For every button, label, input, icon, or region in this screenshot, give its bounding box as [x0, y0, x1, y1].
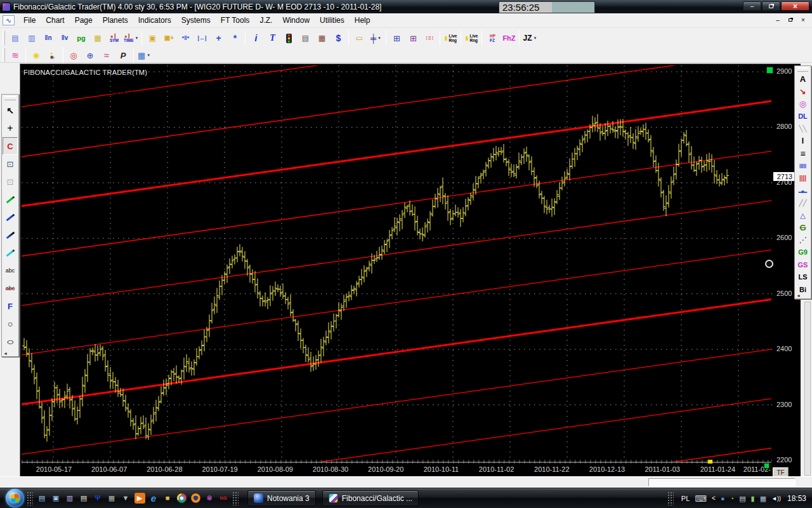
tiled-charts-2-button[interactable]: ⊞ — [405, 30, 421, 46]
trendline-blue-tool[interactable] — [3, 208, 18, 226]
restore-button[interactable] — [762, 1, 780, 11]
keyboard-icon[interactable]: ⌨ — [695, 495, 707, 503]
menu-utilities[interactable]: Utilities — [315, 14, 350, 27]
taskbar-button-fibonacci[interactable]: Fibonacci/Galactic ... — [322, 490, 419, 506]
chart-doc-icon[interactable]: ∿ — [3, 15, 15, 25]
mandala-button[interactable]: ◎ — [66, 49, 81, 62]
sun-aspects-button[interactable]: ◉ — [29, 49, 44, 62]
taskbar-button-notowania[interactable]: Notowania 3 — [247, 490, 316, 506]
minimize-button[interactable]: – — [743, 1, 761, 11]
firefox-icon[interactable] — [189, 491, 202, 505]
info-pointer-button[interactable]: i — [248, 30, 263, 46]
diagonal-lines-tool[interactable]: ╱╱ — [796, 197, 811, 210]
dotted-grid-button[interactable]: ∷∷ — [422, 30, 437, 46]
mini-bars-tool[interactable]: ▂▄▂ — [796, 185, 811, 197]
text-abc-tool[interactable]: abc — [3, 262, 18, 279]
g9-tool[interactable]: G9 — [796, 246, 811, 259]
dollar-button[interactable]: $ — [331, 30, 346, 46]
scroll-knob[interactable] — [765, 260, 773, 268]
horizontal-lines-tool[interactable]: ≡ — [796, 147, 811, 160]
typewriter-icon[interactable]: ▦ — [105, 491, 118, 505]
ltool-grip[interactable] — [4, 96, 16, 100]
menu-page[interactable]: Page — [70, 14, 98, 27]
price-slider-button-caret[interactable]: ▼ — [377, 36, 381, 40]
vertical-lines-red-tool[interactable]: |||| — [796, 172, 811, 185]
menu-help[interactable]: Help — [350, 14, 376, 27]
price-slider-button[interactable]: ╪▼ — [368, 30, 383, 46]
menu-j-z-[interactable]: J.Z. — [254, 14, 277, 27]
vertical-lines-blue-tool[interactable]: ||||| — [796, 160, 811, 173]
gs-tool[interactable]: GS — [796, 259, 811, 272]
pencil-cyan-tool[interactable] — [3, 244, 18, 262]
text-tool-button[interactable]: T — [265, 30, 280, 46]
ns-app-icon[interactable]: NS — [217, 491, 230, 505]
delete-text-tool[interactable]: abc — [3, 279, 18, 297]
new-chart-button[interactable]: ▤ — [8, 30, 23, 46]
show-desktop-icon[interactable]: ▤ — [36, 491, 48, 505]
planet-circle-button[interactable]: ⊕ — [82, 49, 98, 62]
compress-bars-button[interactable]: *‖* — [178, 30, 193, 46]
rtool-grip[interactable] — [797, 67, 808, 72]
collapse-left-strip[interactable]: ◄ — [3, 351, 8, 356]
aspect-waves-button[interactable]: ≈ — [99, 49, 114, 62]
volume-icon[interactable]: ◄)) — [771, 496, 781, 502]
tray-expand-icon[interactable]: < — [712, 495, 716, 502]
mdi-close-button[interactable]: × — [798, 15, 808, 24]
chart-handle-top[interactable] — [766, 67, 773, 74]
window-switcher-icon[interactable]: ▣ — [49, 491, 62, 505]
menu-file[interactable]: File — [18, 14, 41, 27]
tray-display-icon[interactable]: ▤ — [739, 495, 745, 502]
blue-bird-icon[interactable]: Ψ — [91, 491, 104, 505]
add-window-button[interactable]: ▣+ — [161, 30, 176, 46]
menu-indicators[interactable]: Indicators — [133, 14, 176, 27]
trendline-steep-tool[interactable] — [3, 226, 18, 244]
start-button[interactable] — [6, 489, 24, 507]
menu-planets[interactable]: Planets — [98, 14, 133, 27]
calendar-button[interactable]: ▦ — [314, 30, 329, 46]
gann-g-tool[interactable]: G — [796, 222, 811, 234]
live-range-button[interactable]: ▮LiveRng — [443, 30, 458, 46]
i-line-tool[interactable]: I — [796, 135, 811, 148]
menu-chart[interactable]: Chart — [41, 14, 69, 27]
zoom-document-disabled-tool[interactable]: ⊡ — [3, 173, 18, 190]
ephemeris-grid-button[interactable]: ▦▼ — [136, 49, 152, 62]
parallel-lines-tool[interactable]: ╲╲ — [796, 123, 811, 135]
symbol-window-button[interactable]: ▦ — [90, 30, 105, 46]
traffic-light-button[interactable] — [281, 30, 296, 46]
price-chart[interactable] — [20, 65, 772, 464]
title-bar[interactable]: Fibonacci/Galactic Trader(TM) 4.00 sty 3… — [0, 0, 812, 13]
clock-overlay-window[interactable]: 23:56:25 — [499, 1, 595, 13]
star-button[interactable]: * — [227, 30, 242, 46]
crosshair-tool[interactable]: + — [3, 119, 18, 137]
ls-tool[interactable]: LS — [796, 271, 811, 284]
chart-canvas[interactable]: FIBONACCI/GALACTIC TRADER(TM) [005] Mars… — [20, 64, 801, 476]
jz-button-caret[interactable]: ▼ — [534, 36, 537, 40]
chrome-icon[interactable] — [175, 491, 188, 505]
pointer-tool[interactable]: ↖ — [3, 102, 18, 119]
fibonacci-f-tool[interactable]: F — [3, 297, 18, 315]
media-library-icon[interactable]: ▥ — [63, 491, 76, 505]
zoom-document-tool[interactable]: ⊡ — [3, 155, 18, 173]
tray-app-icon[interactable]: ● — [721, 495, 725, 502]
sun-r-button[interactable]: ●R· — [45, 49, 60, 62]
menu-window[interactable]: Window — [277, 14, 315, 27]
triangle-tool[interactable]: △ — [796, 210, 811, 222]
trend-arrows-tool[interactable]: ↘ — [796, 86, 811, 98]
language-indicator[interactable]: PL — [681, 495, 690, 502]
f-h-z-button[interactable]: FhZ — [501, 30, 516, 46]
page-button[interactable]: pg — [74, 30, 89, 46]
internet-explorer-icon[interactable]: e — [147, 491, 160, 505]
p-wave-button[interactable]: P — [115, 49, 131, 62]
right-scroll-strip[interactable] — [804, 302, 811, 476]
live-range-2-button[interactable]: ▮LiveRng — [464, 30, 479, 46]
print-button[interactable]: ▤ — [298, 30, 313, 46]
symbol-button[interactable]: ▲┃SYM — [107, 30, 122, 46]
pan-cross-button[interactable]: + — [211, 30, 226, 46]
close-button[interactable]: × — [781, 1, 809, 11]
ruler-button[interactable]: ▭ — [351, 30, 367, 46]
dl-tool[interactable]: DL — [796, 110, 811, 123]
hp-fz-button[interactable]: HPFZ — [485, 30, 500, 46]
network-icon[interactable]: ▦ — [760, 495, 766, 502]
tray-clock-icon[interactable]: ◔ — [730, 495, 735, 502]
menu-systems[interactable]: Systems — [176, 14, 216, 27]
